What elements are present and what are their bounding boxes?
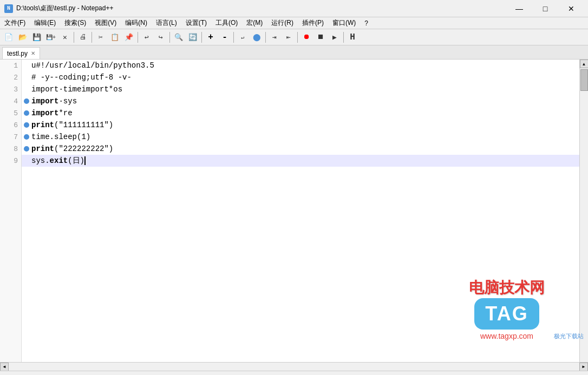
open-button[interactable]: 📂 (16, 31, 29, 44)
new-button[interactable]: 📄 (2, 31, 15, 44)
toolbar-separator-3 (138, 32, 138, 43)
indent-button[interactable]: ⇥ (268, 31, 281, 44)
menu-file[interactable]: 文件(F) (0, 17, 30, 29)
menu-encoding[interactable]: 编码(N) (121, 17, 152, 29)
toolbar-separator-4 (169, 32, 170, 43)
toolbar-separator-2 (92, 32, 92, 43)
code-text-8: print("222222222") (31, 144, 113, 153)
menu-help[interactable]: ? (360, 17, 373, 29)
menu-search[interactable]: 搜索(S) (60, 17, 90, 29)
close-button[interactable]: ✕ (559, 0, 584, 17)
menu-window[interactable]: 窗口(W) (328, 17, 360, 29)
editor-container: 1 2 3 4 5 6 7 8 9 u#!/usr/local/bin/pyth… (0, 60, 588, 362)
menu-bar: 文件(F) 编辑(E) 搜索(S) 视图(V) 编码(N) 语言(L) 设置(T… (0, 17, 588, 29)
no-bookmark-3 (24, 87, 29, 92)
status-bar: Python file length : 169 lines : 9 Ln : … (0, 371, 588, 375)
macro-play-button[interactable]: ▶ (328, 31, 341, 44)
line-num-2: 2 (0, 71, 21, 83)
line-num-6: 6 (0, 119, 21, 131)
menu-plugins[interactable]: 插件(P) (298, 17, 328, 29)
line-num-7: 7 (0, 131, 21, 143)
code-line-8: print("222222222") (22, 143, 579, 155)
toolbar-separator-8 (297, 32, 298, 43)
bookmark-icon-7 (24, 134, 29, 140)
line-num-4: 4 (0, 95, 21, 107)
replace-button[interactable]: 🔄 (186, 31, 199, 44)
code-text-3: import·timeimport*os (31, 85, 122, 94)
run-button[interactable]: H (346, 31, 359, 44)
scroll-up-button[interactable]: ▲ (580, 60, 589, 68)
paste-button[interactable]: 📌 (122, 31, 135, 44)
line-num-1: 1 (0, 60, 21, 71)
maximize-button[interactable]: □ (533, 0, 558, 17)
save-button[interactable]: 💾 (30, 31, 43, 44)
code-text-2: # -y--coding;utf-8 -v- (31, 73, 132, 82)
code-line-2: # -y--coding;utf-8 -v- (22, 71, 579, 83)
tab-testl-py[interactable]: testl.py ✕ (2, 47, 40, 59)
menu-edit[interactable]: 编辑(E) (30, 17, 60, 29)
toolbar-separator-5 (201, 32, 202, 43)
line-num-9: 9 (0, 155, 21, 167)
code-text-9: sys.exit(日) (31, 156, 86, 166)
code-text-4: import·sys (31, 97, 77, 106)
code-line-6: print("111111111") (22, 119, 579, 131)
no-bookmark-1 (24, 63, 29, 68)
print-button[interactable]: 🖨 (76, 31, 89, 44)
scroll-thumb[interactable] (580, 69, 588, 91)
minimize-button[interactable]: — (507, 0, 532, 17)
bookmark-icon-8 (24, 146, 29, 152)
bookmark-icon-4 (24, 98, 29, 104)
window-controls: — □ ✕ (507, 0, 584, 17)
toolbar-separator-6 (233, 32, 234, 43)
tab-bar: testl.py ✕ (0, 45, 588, 60)
undo-button[interactable]: ↩ (140, 31, 153, 44)
toolbar-separator-9 (343, 32, 344, 43)
copy-button[interactable]: 📋 (108, 31, 121, 44)
close-button-tb[interactable]: ✕ (58, 31, 71, 44)
line-num-8: 8 (0, 143, 21, 155)
redo-button[interactable]: ↪ (154, 31, 167, 44)
no-bookmark-9 (24, 158, 29, 163)
menu-language[interactable]: 语言(L) (152, 17, 181, 29)
code-editor[interactable]: u#!/usr/local/bin/python3.5 # -y--coding… (22, 60, 579, 362)
cut-button[interactable]: ✂ (94, 31, 107, 44)
line-num-5: 5 (0, 107, 21, 119)
bookmark-button[interactable]: ⬤ (250, 31, 263, 44)
outdent-button[interactable]: ⇤ (282, 31, 295, 44)
horizontal-scrollbar[interactable]: ◀ ▶ (0, 362, 588, 371)
tab-close-icon[interactable]: ✕ (31, 50, 35, 56)
macro-stop-button[interactable]: ⏹ (314, 31, 327, 44)
wrap-button[interactable]: ↵ (236, 31, 249, 44)
toolbar: 📄 📂 💾 💾+ ✕ 🖨 ✂ 📋 📌 ↩ ↪ 🔍 🔄 + - ↵ ⬤ ⇥ ⇤ ⏺… (0, 29, 588, 45)
zoom-out-button[interactable]: - (218, 31, 231, 44)
scroll-track[interactable] (9, 363, 579, 371)
menu-view[interactable]: 视图(V) (90, 17, 121, 29)
code-line-1: u#!/usr/local/bin/python3.5 (22, 60, 579, 71)
code-line-7: time.sleep(1) (22, 131, 579, 143)
zoom-in-button[interactable]: + (204, 31, 217, 44)
macro-rec-button[interactable]: ⏺ (300, 31, 313, 44)
no-bookmark-2 (24, 75, 29, 80)
code-text-5: import*re (31, 109, 73, 117)
title-bar: N D:\tools\桌面\testl.py - Notepad++ — □ ✕ (0, 0, 588, 17)
code-line-9: sys.exit(日) (22, 155, 579, 167)
menu-macro[interactable]: 宏(M) (242, 17, 267, 29)
scroll-right-button[interactable]: ▶ (579, 363, 588, 371)
menu-tools[interactable]: 工具(O) (211, 17, 242, 29)
menu-run[interactable]: 运行(R) (267, 17, 298, 29)
vertical-scrollbar[interactable]: ▲ (579, 60, 588, 362)
scroll-left-button[interactable]: ◀ (0, 363, 9, 371)
line-numbers: 1 2 3 4 5 6 7 8 9 (0, 60, 22, 362)
menu-settings[interactable]: 设置(T) (181, 17, 211, 29)
bookmark-icon-6 (24, 122, 29, 128)
code-text-6: print("111111111") (31, 121, 113, 129)
toolbar-separator-1 (74, 32, 74, 43)
code-text-1: u#!/usr/local/bin/python3.5 (31, 61, 154, 70)
window-title: D:\tools\桌面\testl.py - Notepad++ (16, 4, 113, 13)
tab-label: testl.py (7, 50, 28, 57)
find-button[interactable]: 🔍 (172, 31, 185, 44)
line-num-3: 3 (0, 83, 21, 95)
save-all-button[interactable]: 💾+ (44, 31, 57, 44)
editor-empty-space (22, 167, 579, 340)
code-line-5: import*re (22, 107, 579, 119)
